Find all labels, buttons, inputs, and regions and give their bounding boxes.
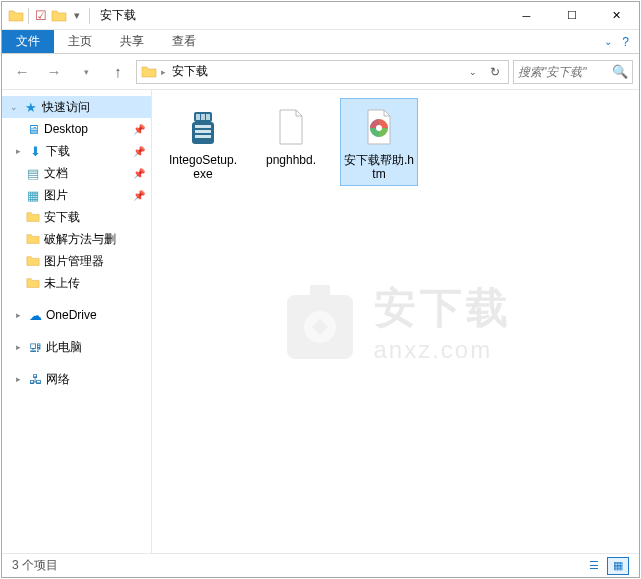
chevron-down-icon: ⌄ <box>604 36 612 47</box>
qat-dropdown-icon[interactable]: ▾ <box>69 8 85 24</box>
exe-icon <box>179 103 227 151</box>
tab-file[interactable]: 文件 <box>2 30 54 53</box>
file-item[interactable]: IntegoSetup.exe <box>164 98 242 186</box>
statusbar: 3 个项目 ☰ ▦ <box>2 553 639 577</box>
pin-icon: 📌 <box>133 168 145 179</box>
sidebar-network[interactable]: ▸ 🖧 网络 <box>2 368 151 390</box>
documents-icon: ▤ <box>24 165 42 181</box>
recent-dropdown[interactable]: ▾ <box>72 59 100 85</box>
sidebar-item-folder[interactable]: 破解方法与删 <box>2 228 151 250</box>
maximize-button[interactable]: ☐ <box>549 2 594 30</box>
content-area[interactable]: IntegoSetup.exe pnghhbd. 安下载帮助.htm <box>152 90 639 553</box>
chevron-right-icon[interactable]: ▸ <box>12 342 24 352</box>
tab-view[interactable]: 查看 <box>158 30 210 53</box>
breadcrumb-separator[interactable]: ▸ <box>159 67 168 77</box>
downloads-icon: ⬇ <box>26 143 44 159</box>
qat-folder-icon[interactable] <box>51 8 67 24</box>
sidebar-item-folder[interactable]: 图片管理器 <box>2 250 151 272</box>
sidebar: ⌄ ★ 快速访问 🖥 Desktop 📌 ▸ ⬇ 下载 📌 ▤ 文档 📌 <box>2 90 152 553</box>
search-icon[interactable]: 🔍 <box>612 64 628 79</box>
app-icon <box>8 8 24 24</box>
folder-icon <box>24 275 42 291</box>
file-label: IntegoSetup.exe <box>167 153 239 181</box>
sidebar-quickaccess[interactable]: ⌄ ★ 快速访问 <box>2 96 151 118</box>
ribbon-expand-button[interactable]: ⌄ ? <box>594 30 639 53</box>
svg-rect-2 <box>201 114 205 120</box>
file-item[interactable]: 安下载帮助.htm <box>340 98 418 186</box>
qat-properties-icon[interactable]: ☑ <box>33 8 49 24</box>
file-label: pnghhbd. <box>266 153 316 167</box>
sidebar-thispc[interactable]: ▸ 🖳 此电脑 <box>2 336 151 358</box>
blank-file-icon <box>267 103 315 151</box>
refresh-button[interactable]: ↻ <box>484 61 506 83</box>
network-icon: 🖧 <box>26 371 44 387</box>
watermark: 安下载 anxz.com <box>280 277 512 367</box>
sidebar-item-folder[interactable]: 安下载 <box>2 206 151 228</box>
svg-rect-1 <box>196 114 200 120</box>
htm-icon <box>355 103 403 151</box>
address-folder-icon <box>139 64 159 80</box>
svg-point-10 <box>304 311 336 343</box>
navbar: ← → ▾ ↑ ▸ 安下载 ⌄ ↻ 🔍 <box>2 54 639 90</box>
folder-icon <box>24 231 42 247</box>
forward-button[interactable]: → <box>40 59 68 85</box>
pc-icon: 🖳 <box>26 339 44 355</box>
chevron-down-icon[interactable]: ⌄ <box>8 102 20 112</box>
pin-icon: 📌 <box>133 146 145 157</box>
chevron-right-icon[interactable]: ▸ <box>12 310 24 320</box>
desktop-icon: 🖥 <box>24 121 42 137</box>
svg-rect-7 <box>195 135 211 138</box>
onedrive-icon: ☁ <box>26 307 44 323</box>
sidebar-item-folder[interactable]: 未上传 <box>2 272 151 294</box>
svg-rect-5 <box>195 125 211 128</box>
window-title: 安下载 <box>100 7 136 24</box>
folder-icon <box>24 209 42 225</box>
close-button[interactable]: ✕ <box>594 2 639 30</box>
star-icon: ★ <box>22 99 40 115</box>
minimize-button[interactable]: ─ <box>504 2 549 30</box>
sidebar-item-desktop[interactable]: 🖥 Desktop 📌 <box>2 118 151 140</box>
svg-rect-3 <box>206 114 210 120</box>
status-count: 3 个项目 <box>12 557 58 574</box>
tab-home[interactable]: 主页 <box>54 30 106 53</box>
tab-share[interactable]: 共享 <box>106 30 158 53</box>
titlebar: ☑ ▾ 安下载 ─ ☐ ✕ <box>2 2 639 30</box>
addressbar[interactable]: ▸ 安下载 ⌄ ↻ <box>136 60 509 84</box>
search-input[interactable] <box>518 65 603 79</box>
svg-point-9 <box>376 125 382 131</box>
pictures-icon: ▦ <box>24 187 42 203</box>
svg-rect-6 <box>195 130 211 133</box>
folder-icon <box>24 253 42 269</box>
help-icon[interactable]: ? <box>622 35 629 49</box>
searchbox[interactable]: 🔍 <box>513 60 633 84</box>
file-label: 安下载帮助.htm <box>343 153 415 181</box>
ribbon: 文件 主页 共享 查看 ⌄ ? <box>2 30 639 54</box>
file-item[interactable]: pnghhbd. <box>252 98 330 186</box>
view-icons-button[interactable]: ▦ <box>607 557 629 575</box>
chevron-right-icon[interactable]: ▸ <box>12 374 24 384</box>
breadcrumb-item[interactable]: 安下载 <box>168 63 212 80</box>
view-details-button[interactable]: ☰ <box>583 557 605 575</box>
sidebar-item-downloads[interactable]: ▸ ⬇ 下载 📌 <box>2 140 151 162</box>
sidebar-item-pictures[interactable]: ▦ 图片 📌 <box>2 184 151 206</box>
sidebar-item-documents[interactable]: ▤ 文档 📌 <box>2 162 151 184</box>
back-button[interactable]: ← <box>8 59 36 85</box>
pin-icon: 📌 <box>133 124 145 135</box>
pin-icon: 📌 <box>133 190 145 201</box>
sidebar-onedrive[interactable]: ▸ ☁ OneDrive <box>2 304 151 326</box>
up-button[interactable]: ↑ <box>104 59 132 85</box>
chevron-right-icon[interactable]: ▸ <box>12 146 24 156</box>
address-dropdown-button[interactable]: ⌄ <box>462 61 484 83</box>
